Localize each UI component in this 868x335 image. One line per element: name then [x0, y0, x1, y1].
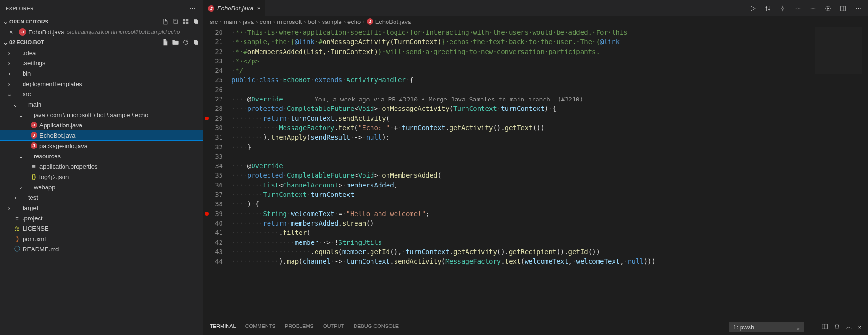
new-file-icon[interactable] — [160, 37, 170, 47]
chevron-down-icon: ⌄ — [2, 18, 9, 25]
code-line[interactable]: ········return·turnContext.sendActivity( — [231, 114, 868, 123]
breadcrumb-segment[interactable]: sample — [322, 18, 342, 25]
tree-item[interactable]: ›webapp — [0, 182, 203, 192]
next-change-icon[interactable] — [809, 4, 817, 13]
tab-echobot[interactable]: J EchoBot.java × — [203, 0, 266, 16]
breadcrumb-segment[interactable]: EchoBot.java — [375, 18, 411, 25]
code-line[interactable]: ············.filter( — [231, 228, 868, 237]
refresh-icon[interactable] — [181, 37, 191, 47]
breadcrumb-segment[interactable]: microsoft — [277, 18, 302, 25]
collapse-icon[interactable] — [181, 16, 191, 27]
close-icon[interactable]: × — [257, 5, 261, 12]
code-line[interactable]: ·*·</p> — [231, 56, 868, 66]
code-line[interactable] — [231, 152, 868, 161]
tree-item[interactable]: ›target — [0, 203, 203, 213]
tree-item[interactable]: ≡application.properties — [0, 161, 203, 171]
tree-item[interactable]: ⌄main — [0, 99, 203, 109]
tree-item[interactable]: ›bin — [0, 68, 203, 78]
code-line[interactable]: ········return·membersAdded.stream() — [231, 218, 868, 228]
code-line[interactable]: ·*/ — [231, 66, 868, 75]
code-line[interactable] — [231, 85, 868, 94]
tab-label: EchoBot.java — [217, 5, 253, 12]
tree-item[interactable]: ≡.project — [0, 213, 203, 223]
code-line[interactable]: ········TurnContext·turnContext — [231, 190, 868, 199]
save-all-icon[interactable] — [170, 16, 181, 27]
breakpoint-icon[interactable] — [205, 212, 209, 216]
more-icon[interactable]: ⋯ — [187, 3, 197, 14]
new-folder-icon[interactable] — [170, 37, 181, 47]
breadcrumb-segment[interactable]: java — [243, 18, 254, 25]
minimap[interactable] — [815, 27, 862, 74]
panel-tab[interactable]: DEBUG CONSOLE — [354, 323, 399, 331]
code-line[interactable]: ····@Override You, a week ago via PR #32… — [231, 94, 868, 104]
kill-terminal-icon[interactable] — [834, 323, 840, 331]
compare-changes-icon[interactable] — [764, 4, 772, 13]
close-panel-icon[interactable]: × — [858, 324, 861, 331]
code-line[interactable]: ············MessageFactory.text("Echo: "… — [231, 123, 868, 132]
breadcrumb-segment[interactable]: main — [224, 18, 237, 25]
open-editors-header[interactable]: ⌄ OPEN EDITORS — [0, 16, 203, 27]
close-icon[interactable]: × — [9, 29, 17, 36]
more-icon[interactable]: ⋯ — [854, 4, 862, 13]
panel-tabs: TERMINALCOMMENTSPROBLEMSOUTPUTDEBUG CONS… — [210, 323, 399, 331]
line-number: 23 — [203, 56, 231, 66]
code-line[interactable]: ····protected·CompletableFuture<Void>·on… — [231, 104, 868, 113]
tree-item[interactable]: ⟨⟩pom.xml — [0, 234, 203, 244]
code-line[interactable]: ····protected·CompletableFuture<Void>·on… — [231, 171, 868, 180]
breadcrumb[interactable]: src›main›java›com›microsoft›bot›sample›e… — [203, 16, 868, 27]
code-line[interactable]: ········String·welcomeText·=·"Hello and … — [231, 209, 868, 218]
terminal-selector[interactable]: 1: pwsh ⌄ — [729, 322, 804, 332]
breakpoint-icon[interactable] — [205, 117, 209, 120]
tree-item[interactable]: ⌄java \ com \ microsoft \ bot \ sample \… — [0, 109, 203, 120]
tree-item[interactable]: Jpackage-info.java — [0, 140, 203, 151]
close-all-icon[interactable] — [191, 16, 201, 27]
breadcrumb-segment[interactable]: com — [260, 18, 271, 25]
tree-item[interactable]: ⓘREADME.md — [0, 244, 203, 254]
tree-item[interactable]: ⚖LICENSE — [0, 223, 203, 234]
tree-item[interactable]: ⌄src — [0, 89, 203, 99]
code-line[interactable]: ····)·{ — [231, 199, 868, 209]
panel-tab[interactable]: PROBLEMS — [285, 323, 314, 331]
breadcrumb-segment[interactable]: bot — [308, 18, 316, 25]
breadcrumb-segment[interactable]: src — [210, 18, 218, 25]
open-editor-item[interactable]: × J EchoBot.java src\main\java\com\micro… — [0, 27, 203, 37]
code-line[interactable]: ········List<ChannelAccount>·membersAdde… — [231, 180, 868, 190]
collapse-all-icon[interactable] — [191, 37, 201, 47]
editor-body[interactable]: 2021222324252627282930313233343536373839… — [203, 27, 868, 319]
chevron-down-icon: ⌄ — [2, 39, 9, 46]
panel-tab[interactable]: OUTPUT — [323, 323, 344, 331]
run-icon[interactable] — [749, 4, 757, 13]
tree-item[interactable]: ›deploymentTemplates — [0, 78, 203, 89]
maximize-panel-icon[interactable]: ︿ — [846, 323, 852, 331]
code-line[interactable]: ····@Override — [231, 161, 868, 171]
code-line[interactable]: ············).map(channel·->·turnContext… — [231, 257, 868, 266]
run-debug-icon[interactable] — [824, 4, 832, 13]
tree-item[interactable]: ⌄resources — [0, 151, 203, 161]
code-line[interactable]: ········).thenApply(sendResult·->·null); — [231, 132, 868, 142]
project-header[interactable]: ⌄ 02.ECHO-BOT — [0, 37, 203, 47]
tree-item[interactable]: ›.settings — [0, 58, 203, 68]
prev-change-icon[interactable] — [794, 4, 802, 13]
tree-item[interactable]: JEchoBot.java — [0, 130, 203, 140]
new-terminal-icon[interactable]: ＋ — [810, 323, 816, 331]
code-line[interactable]: ················member·->·!StringUtils — [231, 238, 868, 247]
panel-tab[interactable]: COMMENTS — [245, 323, 276, 331]
tree-item[interactable]: ›test — [0, 192, 203, 203]
new-file-icon[interactable] — [160, 16, 170, 27]
breadcrumb-segment[interactable]: echo — [347, 18, 361, 25]
code-line[interactable]: ····} — [231, 142, 868, 152]
tree-item[interactable]: ›.idea — [0, 47, 203, 58]
tree-item-label: resources — [34, 153, 61, 160]
code-line[interactable]: ·*·#onMembersAdded(List,·TurnContext)}·w… — [231, 47, 868, 56]
split-editor-icon[interactable] — [839, 4, 847, 13]
code-content[interactable]: ·*··This·is·where·application·specific·l… — [231, 27, 868, 319]
code-line[interactable]: ·*··This·is·where·application·specific·l… — [231, 28, 868, 37]
tree-item[interactable]: {}log4j2.json — [0, 171, 203, 182]
code-line[interactable]: ·*·sample,·the·{@link·#onMessageActivity… — [231, 37, 868, 47]
code-line[interactable]: public·class·EchoBot·extends·ActivityHan… — [231, 75, 868, 85]
code-line[interactable]: ····················.equals(member.getId… — [231, 247, 868, 257]
panel-tab[interactable]: TERMINAL — [210, 323, 236, 331]
tree-item[interactable]: JApplication.java — [0, 120, 203, 130]
split-terminal-icon[interactable] — [821, 323, 828, 331]
git-commit-icon[interactable] — [779, 4, 787, 13]
